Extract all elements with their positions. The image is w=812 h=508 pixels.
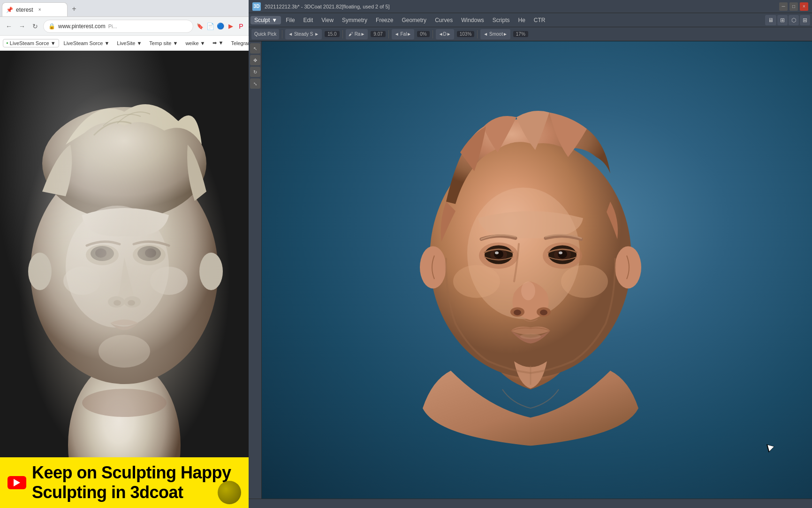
- layout-icon-btn[interactable]: ⊞: [777, 15, 788, 25]
- svg-point-16: [63, 267, 101, 295]
- svg-point-6: [91, 246, 114, 261]
- toolbar-separator-3: [388, 30, 389, 38]
- livesite-link[interactable]: LiveSite ▼: [114, 39, 144, 47]
- back-button[interactable]: ←: [4, 21, 14, 31]
- pinterest-content: Keep on Sculpting Happy Sculpting in 3dc…: [0, 51, 249, 508]
- refresh-button[interactable]: ↻: [30, 21, 40, 31]
- svg-point-28: [494, 250, 503, 258]
- view3d-icon-btn[interactable]: ⬡: [789, 15, 799, 25]
- toolbar-separator-5: [477, 30, 478, 38]
- app-icon: 3D: [252, 2, 261, 11]
- curves-menu[interactable]: Curves: [431, 15, 456, 25]
- address-input[interactable]: 🔒 www.pinterest.com Pi...: [43, 20, 193, 33]
- menu-bar: Sculpt ▼ File Edit View Symmetry Freeze …: [249, 13, 812, 27]
- address-bar: ← → ↻ 🔒 www.pinterest.com Pi... 🔖 📄 🔵 ▶ …: [0, 17, 249, 36]
- ctr-menu[interactable]: CTR: [530, 15, 549, 25]
- app-title: 202112212.3b* - 3DCoat 2021.82[floating,…: [265, 4, 775, 9]
- svg-point-12: [124, 296, 141, 308]
- quick-pick-label: Quick Pick: [254, 31, 276, 37]
- svg-point-38: [514, 309, 521, 315]
- svg-point-24: [615, 246, 641, 288]
- he-menu[interactable]: He: [515, 15, 529, 25]
- falloff-value[interactable]: 0%: [417, 31, 429, 37]
- steady-label: ◄ Steady S ►: [288, 31, 319, 37]
- tool-select-btn[interactable]: ↖: [250, 43, 260, 54]
- steady-toggle[interactable]: ◄ Steady S ►: [285, 29, 322, 39]
- smooth-button[interactable]: ◄ Smoot►: [480, 29, 510, 39]
- file-menu[interactable]: File: [282, 15, 298, 25]
- tool-scale-btn[interactable]: ⤡: [250, 78, 260, 89]
- scripts-menu[interactable]: Scripts: [489, 15, 514, 25]
- youtube-banner-text: Keep on Sculpting Happy Sculpting in 3dc…: [32, 463, 241, 502]
- arrow-link[interactable]: ➡ ▼: [210, 38, 226, 47]
- svg-point-35: [521, 281, 535, 300]
- geometry-menu[interactable]: Geometry: [398, 15, 430, 25]
- smooth-label: ◄ Smoot►: [483, 31, 507, 37]
- reviews-button[interactable]: ● LiveSteam Sorce ▼: [3, 39, 59, 47]
- tab-close-button[interactable]: ×: [36, 6, 44, 14]
- depth-value[interactable]: 103%: [457, 31, 475, 37]
- tab-favicon: 📌: [6, 7, 13, 13]
- monitor-icon-btn[interactable]: 🖥: [765, 15, 776, 25]
- svg-point-7: [95, 248, 106, 258]
- grid-icon-btn[interactable]: ⊞: [800, 15, 810, 25]
- forward-button[interactable]: →: [17, 21, 27, 31]
- maximize-button[interactable]: □: [789, 2, 798, 11]
- tool-move-btn[interactable]: ✥: [250, 55, 260, 65]
- steady-value[interactable]: 15.0: [325, 31, 339, 37]
- weike-link[interactable]: weike ▼: [182, 39, 208, 47]
- svg-point-19: [199, 253, 223, 290]
- windows-menu[interactable]: Windows: [457, 15, 488, 25]
- status-bar: [249, 499, 812, 508]
- svg-point-11: [108, 296, 125, 308]
- new-tab-button[interactable]: +: [68, 2, 81, 15]
- brush-size-value[interactable]: 9.07: [371, 31, 385, 37]
- telegram-link[interactable]: Telegram ▼: [228, 39, 249, 47]
- 3d-viewport[interactable]: ↖ ✥ ↻ ⤡: [249, 41, 812, 499]
- falloff-label: ◄ Fal►: [395, 31, 411, 37]
- brush-type-button[interactable]: 🖌 Ra►: [346, 29, 368, 39]
- bookmark-icon[interactable]: 🔖: [196, 23, 204, 30]
- sculpt-arrow: ▼: [272, 17, 277, 23]
- pinterest-icon[interactable]: P: [237, 23, 245, 30]
- bookmarks-toolbar: ● LiveSteam Sorce ▼ LiveSteam Sorce ▼ Li…: [0, 36, 249, 51]
- tool-rotate-btn[interactable]: ↻: [250, 67, 260, 77]
- browser-window: 📌 eterest × + ← → ↻ 🔒 www.pinterest.com …: [0, 0, 249, 508]
- svg-point-17: [150, 267, 188, 295]
- freeze-menu[interactable]: Freeze: [372, 15, 397, 25]
- edit-menu[interactable]: Edit: [300, 15, 317, 25]
- sculpt-menu[interactable]: Sculpt ▼: [250, 16, 281, 24]
- falloff-button[interactable]: ◄ Fal►: [392, 29, 414, 39]
- browser-tab-pinterest[interactable]: 📌 eterest ×: [2, 2, 68, 16]
- livesteam-sorce-link[interactable]: LiveSteam Sorce ▼: [61, 39, 113, 47]
- svg-rect-0: [0, 51, 249, 497]
- close-button[interactable]: ×: [800, 2, 808, 11]
- svg-point-10: [145, 248, 156, 258]
- 3dcoat-app: 3D 202112212.3b* - 3DCoat 2021.82[floati…: [249, 0, 812, 508]
- url-text: www.pinterest.com: [58, 23, 106, 30]
- white-sculpture-image: [0, 51, 249, 508]
- app-toolbar: Quick Pick ◄ Steady S ► 15.0 🖌 Ra► 9.07 …: [249, 27, 812, 41]
- left-toolbar: ↖ ✥ ↻ ⤡: [249, 41, 262, 499]
- minimize-button[interactable]: ─: [779, 2, 788, 11]
- extension-icon2[interactable]: ▶: [227, 23, 235, 30]
- svg-point-39: [540, 309, 547, 315]
- quick-pick-button[interactable]: Quick Pick: [251, 29, 279, 39]
- svg-point-5: [86, 245, 119, 265]
- view-menu[interactable]: View: [318, 15, 337, 25]
- telegram-label: Telegram ▼: [231, 40, 249, 46]
- pdf-icon[interactable]: 📄: [206, 23, 214, 30]
- tempsite-link[interactable]: Temp site ▼: [146, 39, 181, 47]
- livesteam-label: LiveSteam Sorce ▼: [64, 40, 110, 46]
- ssl-icon: 🔒: [48, 23, 55, 30]
- smooth-value[interactable]: 17%: [513, 31, 528, 37]
- toolbar-separator-2: [342, 30, 343, 38]
- toolbar-separator-4: [433, 30, 433, 38]
- extension-icon1[interactable]: 🔵: [217, 23, 224, 30]
- livesite-label: LiveSite ▼: [117, 40, 142, 46]
- depth-button[interactable]: ◄D►: [436, 29, 454, 39]
- window-controls: ─ □ ×: [779, 2, 808, 11]
- symmetry-menu[interactable]: Symmetry: [338, 15, 371, 25]
- depth-label: ◄D►: [439, 31, 451, 37]
- svg-point-20: [82, 389, 167, 417]
